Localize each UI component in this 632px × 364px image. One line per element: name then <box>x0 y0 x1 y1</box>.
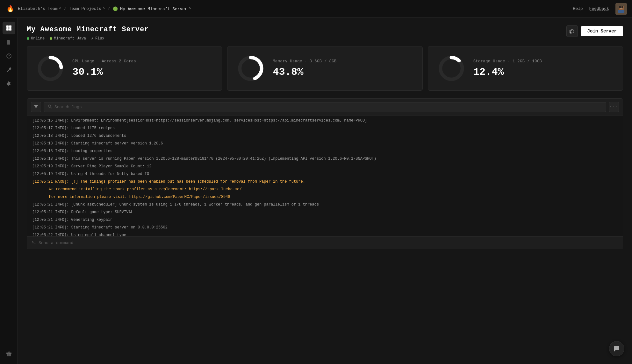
sidebar-item-deploy[interactable] <box>3 50 15 62</box>
sidebar-item-gift[interactable] <box>3 347 15 360</box>
svg-rect-9 <box>9 28 11 31</box>
sidebar-item-dashboard[interactable] <box>3 22 15 34</box>
log-line: [12:05:19 INFO]: Using 4 threads for Net… <box>27 170 623 178</box>
join-server-button[interactable]: Join Server <box>581 26 623 36</box>
avatar[interactable] <box>615 3 627 15</box>
svg-point-20 <box>48 105 51 107</box>
breadcrumb-chevron-1: ⌃ <box>103 6 105 11</box>
svg-rect-6 <box>6 25 9 28</box>
log-line: [12:05:21 INFO]: [ChunkTaskScheduler] Ch… <box>27 201 623 208</box>
stat-card-memory: Memory Usage · 3.6GB / 8GB 43.8% <box>227 46 422 91</box>
cpu-info: CPU Usage · Across 2 Cores 30.1% <box>72 59 136 78</box>
log-line: [12:05:22 INFO]: Using epoll channel typ… <box>27 231 623 236</box>
memory-label: Memory Usage · 3.6GB / 8GB <box>273 59 336 64</box>
breadcrumb-server[interactable]: 🟢 My Awesome Minecraft Server ⌃ <box>113 6 191 11</box>
page-actions: Join Server <box>566 25 623 37</box>
log-line: For more information please visit: https… <box>27 193 623 201</box>
badge-flux: ⚡ Flux <box>91 36 104 41</box>
logs-toolbar: ··· <box>27 99 623 116</box>
java-dot <box>50 37 52 40</box>
sidebar <box>0 18 18 364</box>
log-line: [12:05:21 INFO]: Default game type: SURV… <box>27 208 623 216</box>
storage-value: 12.4% <box>473 66 542 78</box>
logs-body: [12:05:15 INFO]: Environment: Environmen… <box>27 116 623 236</box>
log-line: [12:05:21 INFO]: Generating keypair <box>27 216 623 224</box>
log-line: [12:05:17 INFO]: Loaded 1175 recipes <box>27 124 623 132</box>
command-input[interactable] <box>39 241 618 245</box>
log-line: [12:05:18 INFO]: Loading properties <box>27 147 623 155</box>
page-header: My Awesome Minecraft Server Online Minec… <box>27 25 623 41</box>
topnav-right: Help Feedback <box>573 3 627 15</box>
log-line: We recommend installing the spark profil… <box>27 186 623 193</box>
breadcrumb-projects-label: Team Projects <box>69 6 101 11</box>
topnav: 🔥 Elizabeth's Team ⌃ / Team Projects ⌃ /… <box>0 0 632 18</box>
badge-online: Online <box>27 36 45 41</box>
sidebar-item-files[interactable] <box>3 36 15 48</box>
log-line: [12:05:15 INFO]: Environment: Environmen… <box>27 117 623 124</box>
memory-value: 43.8% <box>273 66 336 78</box>
sidebar-bottom <box>3 347 15 360</box>
log-line: [12:05:21 INFO]: Starting Minecraft serv… <box>27 224 623 231</box>
page-title-section: My Awesome Minecraft Server Online Minec… <box>27 25 149 41</box>
sidebar-item-tools[interactable] <box>3 64 15 76</box>
terminal-icon <box>32 240 36 246</box>
storage-donut <box>437 54 466 83</box>
search-icon <box>48 104 52 110</box>
log-line: [12:05:18 INFO]: This server is running … <box>27 155 623 163</box>
online-dot <box>27 37 29 40</box>
badge-flux-label: Flux <box>95 36 104 41</box>
logs-section: ··· [12:05:15 INFO]: Environment: Enviro… <box>27 98 623 249</box>
memory-info: Memory Usage · 3.6GB / 8GB 43.8% <box>273 59 336 78</box>
page-badges: Online Minecraft Java ⚡ Flux <box>27 36 149 41</box>
chat-fab-button[interactable] <box>609 341 624 356</box>
badge-java: Minecraft Java <box>50 36 86 41</box>
flux-icon: ⚡ <box>91 36 94 41</box>
svg-rect-7 <box>9 25 11 28</box>
storage-info: Storage Usage · 1.2GB / 10GB 12.4% <box>473 59 542 78</box>
breadcrumb-server-label: 🟢 My Awesome Minecraft Server <box>113 6 187 11</box>
content: My Awesome Minecraft Server Online Minec… <box>18 18 632 364</box>
stat-card-cpu: CPU Usage · Across 2 Cores 30.1% <box>27 46 222 91</box>
power-button[interactable] <box>566 25 578 37</box>
svg-rect-8 <box>6 28 9 31</box>
breadcrumb: Elizabeth's Team ⌃ / Team Projects ⌃ / 🟢… <box>18 6 191 11</box>
feedback-link[interactable]: Feedback <box>589 6 609 11</box>
breadcrumb-chevron-2: ⌃ <box>189 6 191 11</box>
cpu-donut <box>36 54 65 83</box>
breadcrumb-sep-0: / <box>64 6 67 11</box>
svg-rect-3 <box>621 6 623 8</box>
badge-java-label: Minecraft Java <box>54 36 86 41</box>
logs-filter-button[interactable] <box>31 102 41 112</box>
page-title: My Awesome Minecraft Server <box>27 25 149 33</box>
badge-online-label: Online <box>31 36 45 41</box>
logo-icon[interactable]: 🔥 <box>5 4 15 14</box>
log-line: [12:05:18 INFO]: Starting minecraft serv… <box>27 140 623 147</box>
breadcrumb-projects[interactable]: Team Projects ⌃ <box>69 6 105 11</box>
topnav-left: 🔥 Elizabeth's Team ⌃ / Team Projects ⌃ /… <box>5 4 573 14</box>
breadcrumb-chevron-0: ⌃ <box>59 6 61 11</box>
stat-card-storage: Storage Usage · 1.2GB / 10GB 12.4% <box>428 46 623 91</box>
log-line: [12:05:21 WARN]: [!] The timings profile… <box>27 178 623 186</box>
search-input[interactable] <box>54 105 602 109</box>
stats-grid: CPU Usage · Across 2 Cores 30.1% Memory … <box>27 46 623 91</box>
cpu-label: CPU Usage · Across 2 Cores <box>72 59 136 64</box>
breadcrumb-sep-1: / <box>108 6 110 11</box>
storage-label: Storage Usage · 1.2GB / 10GB <box>473 59 542 64</box>
svg-line-21 <box>51 107 52 108</box>
log-line: [12:05:19 INFO]: Server Ping Player Samp… <box>27 163 623 170</box>
sidebar-item-settings[interactable] <box>3 78 15 90</box>
svg-rect-2 <box>619 6 621 8</box>
log-line: [12:05:18 INFO]: Loaded 1276 advancement… <box>27 132 623 140</box>
main-layout: My Awesome Minecraft Server Online Minec… <box>0 18 632 364</box>
cpu-value: 30.1% <box>72 66 136 78</box>
memory-donut <box>236 54 265 83</box>
help-link[interactable]: Help <box>573 6 583 11</box>
logs-command-bar <box>27 236 623 249</box>
breadcrumb-team[interactable]: Elizabeth's Team ⌃ <box>18 6 61 11</box>
svg-rect-4 <box>620 9 622 9</box>
svg-rect-5 <box>618 10 624 13</box>
logs-search-bar <box>44 102 606 112</box>
breadcrumb-team-label: Elizabeth's Team <box>18 6 58 11</box>
logs-more-button[interactable]: ··· <box>609 102 619 112</box>
